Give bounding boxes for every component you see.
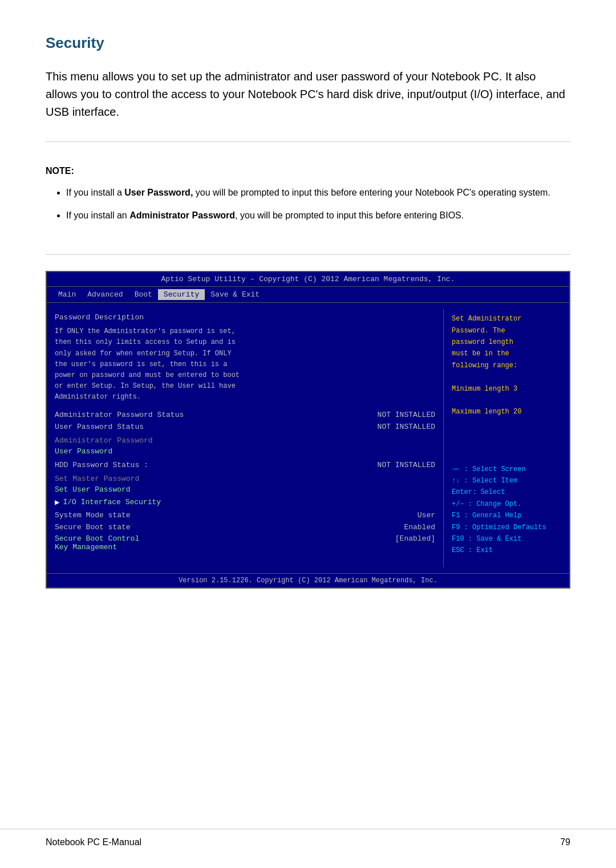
bios-link-io-interface[interactable]: I/O Interface Security xyxy=(63,498,161,506)
admin-pwd-value: NOT INSTALLED xyxy=(378,411,435,419)
bios-help-line-3: password length xyxy=(452,336,561,348)
note-label: NOTE: xyxy=(46,166,570,176)
bios-nav-change: +/− : Change Opt. xyxy=(452,498,561,510)
bios-help-line-5: following range: xyxy=(452,360,561,371)
bios-row-admin-pwd-status: Administrator Password Status NOT INSTAL… xyxy=(55,410,435,420)
hdd-pwd-label: HDD Password Status : xyxy=(55,461,148,469)
page-footer: Notebook PC E-Manual 79 xyxy=(0,829,616,847)
user-pwd-label: User Password Status xyxy=(55,423,144,431)
bios-row-hdd-pwd-status: HDD Password Status : NOT INSTALLED xyxy=(55,460,435,470)
hdd-pwd-value: NOT INSTALLED xyxy=(378,461,435,469)
bios-io-interface-row: ▶ I/O Interface Security xyxy=(55,497,435,507)
bios-help-line-9: Maximum length 20 xyxy=(452,406,561,417)
system-mode-value: User xyxy=(418,511,435,520)
bios-menu-save-exit[interactable]: Save & Exit xyxy=(205,289,265,300)
bios-menu-advanced[interactable]: Advanced xyxy=(82,289,128,300)
note-item-1: If you install a User Password, you will… xyxy=(66,185,570,200)
bios-link-user-pwd[interactable]: User Password xyxy=(55,447,435,456)
bios-link-admin-pwd[interactable]: Administrator Password xyxy=(55,436,435,445)
bios-row-system-mode: System Mode state User xyxy=(55,510,435,520)
secure-boot-ctrl-value: [Enabled] xyxy=(395,534,435,543)
bottom-divider xyxy=(46,254,570,255)
secure-boot-state-value: Enabled xyxy=(404,523,435,532)
admin-pwd-label: Administrator Password Status xyxy=(55,411,184,419)
top-divider xyxy=(46,141,570,142)
secure-boot-state-label: Secure Boot state xyxy=(55,523,131,532)
bios-nav-section: →← : Select Screen ↑↓ : Select Item Ente… xyxy=(452,464,561,557)
bios-menu-boot[interactable]: Boot xyxy=(129,289,158,300)
bios-nav-item: ↑↓ : Select Item xyxy=(452,475,561,486)
bios-link-key-management[interactable]: Key Management xyxy=(55,543,435,551)
bios-link-set-master-pwd[interactable]: Set Master Password xyxy=(55,474,435,483)
bios-help-line-7: Minimum length 3 xyxy=(452,383,561,395)
bios-link-secure-boot-ctrl[interactable]: Secure Boot Control xyxy=(55,534,139,543)
bios-menu-bar: Main Advanced Boot Security Save & Exit xyxy=(47,287,569,303)
bios-nav-f1: F1 : General Help xyxy=(452,510,561,521)
intro-text: This menu allows you to set up the admin… xyxy=(46,68,570,121)
user-pwd-value: NOT INSTALLED xyxy=(378,423,435,431)
bios-menu-main[interactable]: Main xyxy=(52,289,82,300)
page-container: Security This menu allows you to set up … xyxy=(0,0,616,650)
section-title: Security xyxy=(46,34,570,52)
bios-link-set-user-pwd[interactable]: Set User Password xyxy=(55,485,435,494)
footer-page-number: 79 xyxy=(560,837,570,847)
note-bold-1: User Password, xyxy=(124,188,193,197)
bios-nav-enter: Enter: Select xyxy=(452,486,561,498)
footer-manual: Notebook PC E-Manual xyxy=(46,837,141,847)
bios-nav-screen: →← : Select Screen xyxy=(452,464,561,475)
note-box: NOTE: If you install a User Password, yo… xyxy=(46,156,570,241)
bios-left-panel: Password Description If ONLY the Adminis… xyxy=(47,309,444,567)
bios-nav-esc: ESC : Exit xyxy=(452,545,561,556)
bios-help-line-1: Set Administrator xyxy=(452,313,561,325)
bios-row-secure-boot-state: Secure Boot state Enabled xyxy=(55,522,435,532)
note-item-2: If you install an Administrator Password… xyxy=(66,208,570,223)
bios-title-bar: Aptio Setup Utility – Copyright (C) 2012… xyxy=(47,272,569,287)
pwd-desc-text: If ONLY the Administrator's password is … xyxy=(55,326,435,403)
note-list: If you install a User Password, you will… xyxy=(46,185,570,222)
bios-nav-f9: F9 : Optimized Defaults xyxy=(452,522,561,533)
bios-right-panel: Set Administrator Password. The password… xyxy=(444,309,569,567)
bios-row-user-pwd-status: User Password Status NOT INSTALLED xyxy=(55,422,435,432)
bios-screen: Aptio Setup Utility – Copyright (C) 2012… xyxy=(46,271,570,588)
bios-help-line-6 xyxy=(452,371,561,383)
bios-menu-security[interactable]: Security xyxy=(158,289,205,300)
bios-body: Password Description If ONLY the Adminis… xyxy=(47,303,569,573)
system-mode-label: System Mode state xyxy=(55,511,131,520)
bios-help-line-8 xyxy=(452,395,561,406)
bios-nav-f10: F10 : Save & Exit xyxy=(452,533,561,545)
bios-help-section: Set Administrator Password. The password… xyxy=(452,313,561,418)
bios-help-line-2: Password. The xyxy=(452,325,561,336)
bios-footer: Version 2.15.1226. Copyright (C) 2012 Am… xyxy=(47,573,569,587)
bios-row-secure-boot-control: Secure Boot Control [Enabled] xyxy=(55,534,435,543)
note-bold-2: Administrator Password xyxy=(129,210,235,220)
pwd-desc-title: Password Description xyxy=(55,313,435,322)
bios-arrow-icon: ▶ xyxy=(55,497,59,507)
bios-help-line-4: must be in the xyxy=(452,348,561,359)
